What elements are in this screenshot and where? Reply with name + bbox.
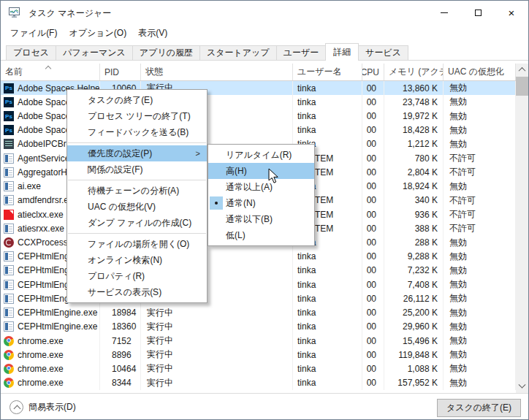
cell-memory: 936 K: [384, 207, 444, 221]
cell-cpu: 00: [362, 362, 384, 375]
cell-cpu: 00: [362, 278, 384, 291]
process-name: CEPHtmlEngine.exe: [18, 321, 97, 332]
simple-view-toggle[interactable]: 簡易表示(D): [9, 400, 76, 414]
cell-user: tinka: [293, 250, 362, 264]
cell-user: tinka: [293, 123, 362, 137]
context-menu-item-15[interactable]: サービスの表示(S): [67, 284, 207, 300]
cell-user: tinka: [293, 264, 362, 278]
collapse-circle-icon: [9, 400, 23, 414]
cell-user: tinka: [293, 81, 362, 95]
tab-item[interactable]: サービス: [358, 45, 408, 60]
tab-item[interactable]: ユーザー: [276, 45, 327, 60]
priority-submenu-item-1[interactable]: リアルタイム(R): [208, 147, 314, 163]
cell-cpu: 00: [362, 306, 384, 320]
cell-status: 実行中: [141, 362, 293, 375]
context-menu-item-3[interactable]: フィードバックを送る(B): [67, 124, 207, 140]
context-menu-item-8[interactable]: 待機チェーンの分析(A): [67, 183, 207, 199]
tab-item[interactable]: パフォーマンス: [56, 45, 133, 60]
cell-cpu: 00: [362, 348, 384, 362]
table-header: 名前PID状態ユーザー名CPUメモリ (アクテ...UAC の仮想化: [1, 64, 516, 81]
table-row[interactable]: chrome.exe7152実行中tinka0015,496 K無効: [1, 334, 516, 348]
tab-item[interactable]: スタートアップ: [199, 45, 277, 60]
tab-item[interactable]: アプリの履歴: [132, 45, 200, 60]
menubar-item-2[interactable]: オプション(O): [63, 25, 132, 42]
cell-status: 実行中: [141, 348, 293, 362]
column-header-1[interactable]: 名前: [1, 64, 100, 80]
cell-pid: 8344: [100, 376, 141, 390]
column-header-5[interactable]: CPU: [362, 64, 384, 80]
chevron-down-icon: [519, 381, 526, 389]
priority-submenu-item-3[interactable]: 通常以上(A): [208, 179, 314, 195]
cell-cpu: 00: [362, 151, 384, 165]
cell-uac: 無効: [444, 95, 516, 109]
cell-cpu: 00: [362, 221, 384, 235]
table-row[interactable]: CEPHtmlEngine.exe18984実行中tinka0025,200 K…: [1, 306, 516, 320]
cell-memory: 9,288 K: [384, 250, 444, 264]
menubar-item-3[interactable]: 表示(V): [132, 25, 173, 42]
tab-active-details[interactable]: 詳細: [325, 43, 359, 61]
cell-user: tinka: [293, 320, 362, 334]
cell-memory: 2,804 K: [384, 165, 444, 179]
context-menu-item-5[interactable]: 優先度の設定(P)>: [67, 145, 207, 161]
menu-bar: ファイル(F)オプション(O)表示(V): [1, 24, 528, 42]
end-task-button[interactable]: タスクの終了(E): [437, 399, 521, 417]
priority-submenu-item-5[interactable]: 通常以下(B): [208, 211, 314, 227]
scrollbar-thumb[interactable]: [516, 77, 528, 96]
sort-ascending-icon: [46, 65, 51, 70]
cell-cpu: 00: [362, 334, 384, 348]
context-menu-item-12[interactable]: ファイルの場所を開く(O): [67, 236, 207, 252]
close-button[interactable]: ×: [495, 1, 528, 24]
table-row[interactable]: chrome.exe8896実行中tinka00119,848 K無効: [1, 348, 516, 362]
cell-name: chrome.exe: [1, 334, 100, 348]
minimize-button[interactable]: [427, 1, 461, 24]
context-menu-item-1[interactable]: タスクの終了(E): [67, 92, 207, 108]
cell-cpu: 00: [362, 194, 384, 207]
table-row[interactable]: CEPHtmlEngine.exe18360実行中tinka0029,960 K…: [1, 320, 516, 334]
column-header-4[interactable]: ユーザー名: [293, 64, 362, 80]
cell-memory: 15,496 K: [384, 334, 444, 348]
tab-item[interactable]: プロセス: [6, 45, 56, 60]
process-name: chrome.exe: [18, 378, 64, 388]
exe-process-icon: [4, 153, 14, 164]
context-menu-item-14[interactable]: プロパティ(R): [67, 268, 207, 284]
menubar-item-1[interactable]: ファイル(F): [4, 25, 63, 42]
submenu-arrow-icon: >: [196, 145, 200, 161]
cell-cpu: 00: [362, 376, 384, 390]
cell-cpu: 00: [362, 207, 384, 221]
context-menu-item-2[interactable]: プロセス ツリーの終了(T): [67, 108, 207, 124]
cell-uac: 無効: [444, 109, 516, 123]
context-menu-item-9[interactable]: UAC の仮想化(V): [67, 199, 207, 215]
context-menu-item-13[interactable]: オンライン検索(N): [67, 252, 207, 268]
maximize-button[interactable]: [461, 1, 495, 24]
priority-submenu-item-2[interactable]: 高(H): [208, 163, 314, 179]
priority-submenu-item-4[interactable]: 通常(N): [208, 195, 314, 211]
chrome-process-icon: [4, 364, 14, 374]
process-name: atiesrxx.exe: [18, 224, 64, 234]
column-header-7[interactable]: UAC の仮想化: [444, 64, 516, 80]
process-name: ai.exe: [18, 181, 41, 191]
tab-strip: プロセスパフォーマンスアプリの履歴スタートアップユーザー詳細サービス: [1, 42, 528, 61]
cell-memory: 29,960 K: [384, 320, 444, 334]
cell-name: CEPHtmlEngine.exe: [1, 320, 100, 334]
cell-uac: 無効: [444, 306, 516, 320]
column-header-3[interactable]: 状態: [141, 64, 293, 80]
scroll-down-button[interactable]: [516, 381, 528, 393]
table-row[interactable]: chrome.exe10464実行中tinka001,088 K無効: [1, 362, 516, 375]
cell-memory: 157,952 K: [384, 376, 444, 390]
cell-uac: 無効: [444, 137, 516, 151]
priority-submenu-item-6[interactable]: 低(L): [208, 227, 314, 243]
menu-separator: [68, 180, 206, 180]
column-header-2[interactable]: PID: [100, 64, 141, 80]
cell-memory: 7,232 K: [384, 264, 444, 278]
cell-name: CEPHtmlEngine.exe: [1, 306, 100, 320]
cell-memory: 26,112 K: [384, 291, 444, 305]
cell-uac: 不許可: [444, 221, 516, 235]
context-menu-item-10[interactable]: ダンプ ファイルの作成(C): [67, 215, 207, 231]
cell-uac: 無効: [444, 334, 516, 348]
process-name: chrome.exe: [18, 336, 64, 346]
scroll-up-button[interactable]: [516, 64, 528, 76]
table-row[interactable]: chrome.exe8344実行中tinka00157,952 K無効: [1, 376, 516, 390]
context-menu-item-6[interactable]: 関係の設定(F): [67, 161, 207, 177]
column-header-6[interactable]: メモリ (アクテ...: [384, 64, 444, 80]
vertical-scrollbar[interactable]: [516, 64, 528, 393]
